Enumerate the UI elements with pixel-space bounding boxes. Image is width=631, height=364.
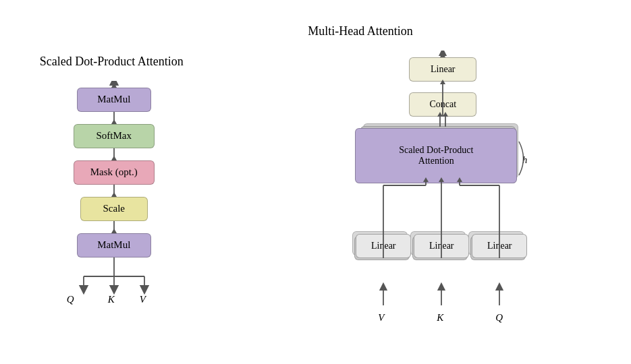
right-title: Multi-Head Attention bbox=[308, 24, 412, 38]
linear-k-box: Linear bbox=[414, 234, 469, 258]
sdpa-label: Scaled Dot-ProductAttention bbox=[399, 145, 473, 166]
input-q: Q bbox=[67, 294, 74, 305]
scale-box: Scale bbox=[80, 197, 148, 221]
right-input-k: K bbox=[437, 312, 443, 324]
diagrams-container: Scaled Dot-Product Attention bbox=[0, 0, 631, 364]
matmul-top-box: MatMul bbox=[77, 88, 151, 112]
linear-q-box: Linear bbox=[472, 234, 527, 258]
right-input-q: Q bbox=[495, 312, 503, 324]
right-input-v: V bbox=[378, 312, 384, 324]
left-diagram: Scaled Dot-Product Attention bbox=[40, 55, 242, 310]
mask-box: Mask (opt.) bbox=[74, 160, 155, 185]
matmul-bottom-box: MatMul bbox=[77, 233, 151, 257]
linear-v-box: Linear bbox=[356, 234, 411, 258]
linear-top-box: Linear bbox=[409, 57, 476, 82]
right-diagram: Multi-Head Attention bbox=[308, 24, 591, 340]
h-bracket bbox=[516, 138, 536, 179]
left-title: Scaled Dot-Product Attention bbox=[40, 55, 184, 69]
svg-marker-17 bbox=[440, 53, 445, 57]
concat-box: Concat bbox=[409, 92, 476, 117]
sdpa-main-box: Scaled Dot-ProductAttention bbox=[355, 128, 517, 183]
input-v: V bbox=[140, 294, 146, 305]
input-k: K bbox=[108, 294, 115, 305]
softmax-box: SoftMax bbox=[74, 124, 155, 148]
mha-wrapper: Linear Concat Scaled Dot-ProductAttentio… bbox=[308, 51, 578, 340]
